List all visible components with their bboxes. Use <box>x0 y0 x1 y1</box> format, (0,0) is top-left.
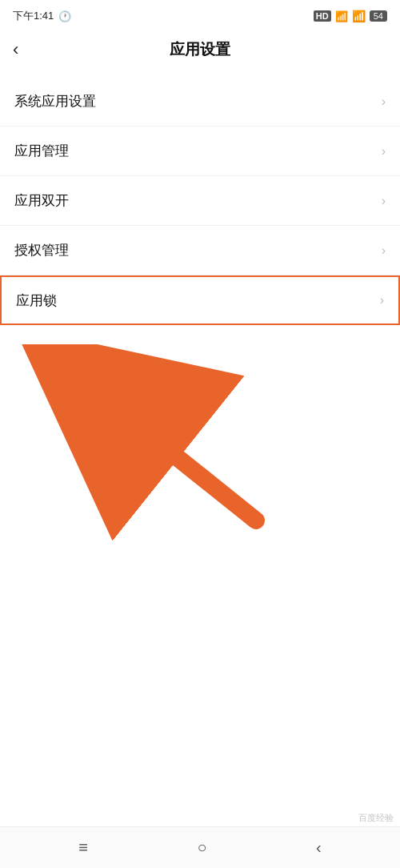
back-button[interactable]: ‹ <box>13 41 18 58</box>
chevron-right-icon: › <box>382 243 386 258</box>
menu-list: 系统应用设置 › 应用管理 › 应用双开 › 授权管理 › 应用锁 › <box>0 77 400 325</box>
menu-label-app-lock: 应用锁 <box>16 291 57 310</box>
chevron-right-icon: › <box>382 194 386 208</box>
menu-label-app-dual-open: 应用双开 <box>14 191 69 210</box>
arrow-annotation <box>0 344 400 553</box>
menu-item-app-lock[interactable]: 应用锁 › <box>0 275 400 325</box>
battery-level: 54 <box>370 10 387 22</box>
hd-label: HD <box>314 10 331 22</box>
time-display: 下午1:41 <box>13 9 54 23</box>
status-bar-left: 下午1:41 🕐 <box>13 9 71 23</box>
menu-item-system-app-settings[interactable]: 系统应用设置 › <box>0 77 400 127</box>
menu-item-permission-management[interactable]: 授权管理 › <box>0 226 400 275</box>
menu-item-app-dual-open[interactable]: 应用双开 › <box>0 176 400 226</box>
status-bar: 下午1:41 🕐 HD 📶 📶 54 <box>0 0 400 29</box>
chevron-right-icon: › <box>380 293 384 307</box>
menu-label-system-app-settings: 系统应用设置 <box>14 92 96 111</box>
page-title: 应用设置 <box>170 39 230 60</box>
nav-back-button[interactable]: ‹ <box>300 832 338 863</box>
svg-line-1 <box>96 392 256 520</box>
chevron-right-icon: › <box>382 144 386 159</box>
status-bar-right: HD 📶 📶 54 <box>314 10 387 22</box>
menu-label-app-management: 应用管理 <box>14 142 69 160</box>
signal-icon: 📶 <box>335 10 348 22</box>
bottom-navigation: ≡ ○ ‹ <box>0 826 400 868</box>
app-header: ‹ 应用设置 <box>0 29 400 70</box>
wifi-icon: 📶 <box>352 10 366 22</box>
watermark: 百度经验 <box>358 812 394 824</box>
nav-home-button[interactable]: ○ <box>181 832 222 863</box>
nav-menu-button[interactable]: ≡ <box>62 832 104 863</box>
chevron-right-icon: › <box>382 94 386 109</box>
menu-item-app-management[interactable]: 应用管理 › <box>0 127 400 176</box>
clock-icon: 🕐 <box>58 10 71 22</box>
menu-label-permission-management: 授权管理 <box>14 241 69 259</box>
